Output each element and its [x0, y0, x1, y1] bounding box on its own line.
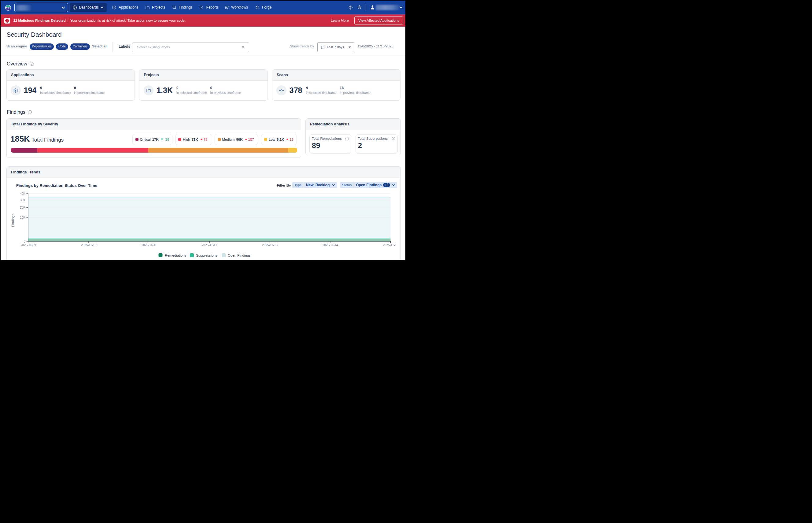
svg-text:30K: 30K [20, 198, 25, 201]
svg-text:2025-11-12: 2025-11-12 [201, 244, 217, 247]
svg-text:40K: 40K [20, 192, 25, 195]
svg-text:2025-11-14: 2025-11-14 [322, 244, 338, 247]
svg-text:Suppressions: Suppressions [196, 254, 217, 257]
svg-text:2025-11-10: 2025-11-10 [81, 244, 96, 247]
svg-text:2025-11-13: 2025-11-13 [262, 244, 278, 247]
svg-text:2025-11-11: 2025-11-11 [141, 244, 156, 247]
svg-text:20K: 20K [20, 206, 25, 209]
svg-text:Findings: Findings [11, 214, 15, 227]
svg-text:10K: 10K [20, 216, 25, 219]
svg-text:2025-11-09: 2025-11-09 [20, 244, 36, 247]
svg-text:Remediations: Remediations [165, 254, 186, 257]
svg-text:Open Findings: Open Findings [228, 254, 251, 257]
svg-text:0: 0 [23, 239, 25, 243]
svg-text:2025-11-15: 2025-11-15 [383, 244, 396, 247]
